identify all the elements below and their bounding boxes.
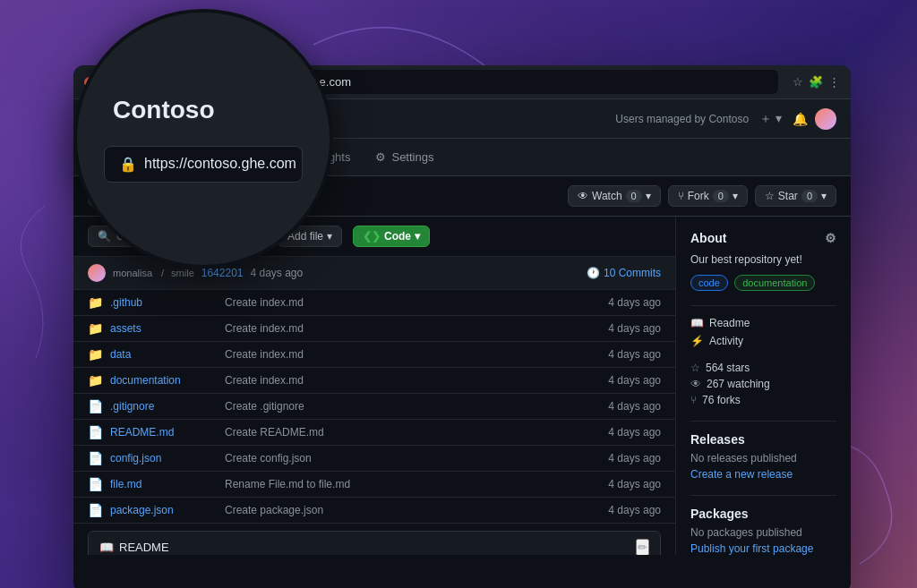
readme-edit-button[interactable]: ✏ <box>636 539 649 555</box>
file-message: Create README.md <box>225 426 601 439</box>
file-name[interactable]: documentation <box>110 374 218 387</box>
file-name[interactable]: .github <box>110 296 218 309</box>
repo-name-label: smile <box>171 268 194 278</box>
about-gear-icon[interactable]: ⚙ <box>825 231 836 245</box>
magnifier-lock-icon: 🔒 <box>119 156 137 173</box>
book-link-icon: 📖 <box>690 317 704 329</box>
file-message: Create index.md <box>225 296 601 309</box>
folder-icon: 📁 <box>88 373 103 388</box>
sidebar-divider-3 <box>690 495 836 496</box>
table-row: 📄 config.json Create config.json 4 days … <box>73 446 675 472</box>
file-message: Create index.md <box>225 348 601 361</box>
file-name[interactable]: assets <box>110 322 218 335</box>
code-green-icon: ❮❯ <box>363 230 381 243</box>
fork-stat-icon: ⑂ <box>690 394 697 406</box>
table-row: 📄 package.json Create package.json 4 day… <box>73 498 675 524</box>
magnifier-overlay: Contoso 🔒 https://contoso.ghe.com <box>73 9 333 268</box>
watch-count: 0 <box>626 190 642 202</box>
settings-label: Settings <box>391 150 433 164</box>
table-row: 📁 data Create index.md 4 days ago <box>73 342 675 368</box>
more-icon[interactable]: ⋮ <box>828 75 840 89</box>
file-name[interactable]: README.md <box>110 426 218 439</box>
file-name[interactable]: .gitignore <box>110 400 218 413</box>
magnifier-url-text: https://contoso.ghe.com <box>144 156 296 172</box>
publish-package-link[interactable]: Publish your first package <box>690 542 813 555</box>
file-icon: 📄 <box>88 399 103 413</box>
file-message: Rename File.md to file.md <box>225 478 601 490</box>
table-row: 📄 README.md Create README.md 4 days ago <box>73 420 675 446</box>
forks-stat: ⑂ 76 forks <box>690 394 836 406</box>
readme-title: README <box>119 541 169 554</box>
folder-icon: 📁 <box>88 347 103 362</box>
no-packages-text: No packages published <box>690 526 836 539</box>
add-file-dropdown: ▾ <box>327 230 332 243</box>
file-message: Create index.md <box>225 374 601 387</box>
tag-code[interactable]: code <box>690 275 728 291</box>
commits-link[interactable]: 🕐 10 Commits <box>587 267 661 279</box>
file-browser: 🔍 Go to file t Add file ▾ ❮❯ Code ▾ mona… <box>73 217 675 555</box>
file-time: 4 days ago <box>608 348 661 361</box>
bookmark-icon[interactable]: ☆ <box>793 75 803 89</box>
book-icon: 📖 <box>99 541 114 554</box>
magnifier-title: Contoso <box>104 96 215 124</box>
watch-button[interactable]: 👁 Watch 0 ▾ <box>568 185 661 207</box>
eye-icon: 👁 <box>578 190 588 202</box>
commit-hash[interactable]: 1642201 <box>201 267 244 279</box>
commit-separator: / <box>161 268 164 278</box>
code-button[interactable]: ❮❯ Code ▾ <box>353 226 430 247</box>
file-icon: 📄 <box>88 425 103 439</box>
table-row: 📁 .github Create index.md 4 days ago <box>73 290 675 316</box>
nav-item-settings[interactable]: ⚙ Settings <box>364 143 444 171</box>
file-time: 4 days ago <box>608 296 661 309</box>
watching-stat: 👁 267 watching <box>690 378 836 390</box>
file-time: 4 days ago <box>608 374 661 387</box>
links-section: 📖 Readme ⚡ Activity <box>690 317 836 347</box>
file-icon: 📄 <box>88 477 103 491</box>
file-name[interactable]: config.json <box>110 452 218 464</box>
packages-section: Packages No packages published Publish y… <box>690 507 836 555</box>
sidebar: About ⚙ Our best repository yet! code do… <box>675 217 851 555</box>
user-avatar[interactable] <box>815 108 836 130</box>
gear-icon: ⚙ <box>375 150 386 164</box>
folder-icon: 📁 <box>88 295 103 310</box>
packages-title: Packages <box>690 507 836 521</box>
file-time: 4 days ago <box>608 400 661 413</box>
folder-icon: 📁 <box>88 321 103 336</box>
table-row: 📄 file.md Rename File.md to file.md 4 da… <box>73 472 675 498</box>
star-dropdown-icon: ▾ <box>821 190 827 202</box>
bell-icon[interactable]: 🔔 <box>793 112 808 126</box>
create-release-link[interactable]: Create a new release <box>690 468 793 481</box>
repo-owner-label: monalisa <box>113 268 152 278</box>
activity-link[interactable]: ⚡ Activity <box>690 335 836 347</box>
readme-link[interactable]: 📖 Readme <box>690 317 836 329</box>
no-releases-text: No releases published <box>690 452 836 464</box>
search-icon-small: 🔍 <box>98 230 111 243</box>
readme-section: 📖 README ✏ Get the latest and greatest u… <box>88 531 661 555</box>
file-icon: 📄 <box>88 503 103 517</box>
file-time: 4 days ago <box>608 478 661 490</box>
magnifier-content: Contoso 🔒 https://contoso.ghe.com <box>77 69 330 209</box>
extension-icon[interactable]: 🧩 <box>809 75 823 89</box>
file-name[interactable]: data <box>110 348 218 361</box>
eye-stat-icon: 👁 <box>690 378 701 390</box>
plus-button[interactable]: ＋ ▾ <box>756 109 785 129</box>
magnifier-url-bar: 🔒 https://contoso.ghe.com <box>104 146 303 183</box>
star-button[interactable]: ☆ Star 0 ▾ <box>755 185 836 207</box>
file-name[interactable]: file.md <box>110 478 218 490</box>
star-icon: ☆ <box>765 190 775 202</box>
file-time: 4 days ago <box>608 322 661 335</box>
fork-button[interactable]: ⑂ Fork 0 ▾ <box>668 185 748 207</box>
sidebar-divider-1 <box>690 305 836 306</box>
watch-dropdown-icon: ▾ <box>646 190 651 202</box>
stats-section: ☆ 564 stars 👁 267 watching ⑂ 76 forks <box>690 362 836 406</box>
releases-title: Releases <box>690 432 836 447</box>
table-row: 📁 documentation Create index.md 4 days a… <box>73 368 675 394</box>
fork-dropdown-icon: ▾ <box>733 190 738 202</box>
tag-documentation[interactable]: documentation <box>734 275 815 291</box>
activity-icon: ⚡ <box>690 335 704 347</box>
star-count: 0 <box>801 190 818 202</box>
browser-toolbar-icons: ☆ 🧩 ⋮ <box>793 75 840 89</box>
fork-count: 0 <box>713 190 729 202</box>
stars-stat: ☆ 564 stars <box>690 362 836 374</box>
file-name[interactable]: package.json <box>110 504 218 516</box>
